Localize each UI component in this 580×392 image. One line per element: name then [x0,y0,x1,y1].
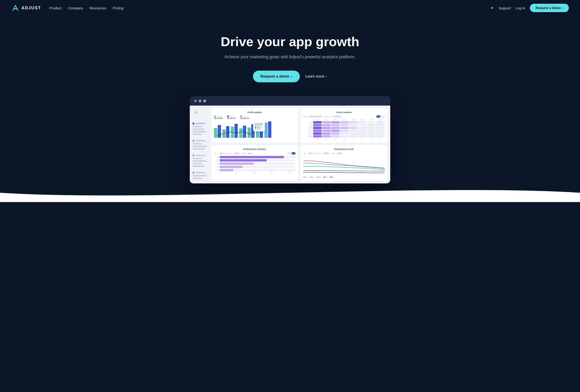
nav-pricing[interactable]: Pricing [113,6,124,10]
nav-support[interactable]: Support [499,6,511,10]
sidebar [190,106,208,183]
hero-buttons: Request a demo › Learn more › [5,71,575,82]
sidebar-item-1 [193,122,206,135]
cohort-grid: Jan 1 Jan 8 Jan 15 [303,121,385,140]
hero-subtitle: Achieve your marketing goals with Adjust… [5,55,575,59]
nav-demo-button[interactable]: Request a demo › [530,4,569,12]
cohort-analysis-card: Cohort analysis Metric All Revenue Per U… [300,108,387,143]
profit-analysis-card: Profit analysis Revenue $2,178.53 [211,108,298,143]
sidebar-item-4 [193,171,206,179]
chart-tooltip: Mar/15/2022 $360.41 $263.17 [253,122,265,131]
window-dot-1 [194,100,197,102]
hero-title: Drive your app growth [5,34,575,49]
dashboard-preview: Profit analysis Revenue $2,178.53 [5,96,575,183]
performance-trends-card: Performance trends Filter Top 5 Dimensio… [300,145,387,181]
profit-title: Profit analysis [214,111,295,114]
nav-company[interactable]: Company [68,6,83,10]
nav-resources[interactable]: Resources [90,6,106,10]
dashboard-window: Profit analysis Revenue $2,178.53 [190,96,390,183]
profit-stats: Revenue $2,178.53 Partner $3,190.76 [214,115,295,119]
hero-demo-button[interactable]: Request a demo › [253,71,300,82]
navbar: ADJUST Product Company Resources Pricing… [0,0,580,16]
perf-trends-title: Performance trends [303,148,385,150]
charts-grid: Profit analysis Revenue $2,178.53 [208,106,390,183]
cohort-title: Cohort analysis [303,111,385,114]
nav-links: Product Company Resources Pricing [49,6,123,10]
sidebar-logo [193,109,199,116]
sidebar-item-2 [193,139,206,150]
logo-text: ADJUST [21,5,41,10]
perf-summary-title: Performance summary [214,148,295,150]
window-titlebar [190,96,390,106]
perf-summary-filters: Filter Top 5 Dimension Partner Metric In… [214,152,295,154]
cohort-filters: Metric All Revenue Per User Dimension Da… [303,115,385,118]
perf-trends-filters: Filter Top 5 Dimension Country Metric In… [303,152,385,154]
nav-right: ⚭ Support Log In Request a demo › [490,4,569,12]
hero-learn-more-button[interactable]: Learn more › [305,74,327,79]
search-icon[interactable]: ⚭ [490,5,494,10]
nav-login[interactable]: Log In [515,6,525,10]
sidebar-item-3 [193,154,206,167]
window-dot-3 [203,100,206,102]
profit-bar-chart: Mar/15/2022 $360.41 $263.17 [214,121,295,139]
nav-product[interactable]: Product [49,6,62,10]
performance-bars: US UK DE FR [214,156,295,171]
logo[interactable]: ADJUST [11,4,41,12]
dashboard-body: Profit analysis Revenue $2,178.53 [190,106,390,183]
nav-left: ADJUST Product Company Resources Pricing [11,4,123,12]
trends-chart [303,156,385,176]
window-dot-2 [199,100,201,102]
hero-section: Drive your app growth Achieve your marke… [0,16,580,193]
performance-summary-card: Performance summary Filter Top 5 Dimensi… [211,145,298,181]
